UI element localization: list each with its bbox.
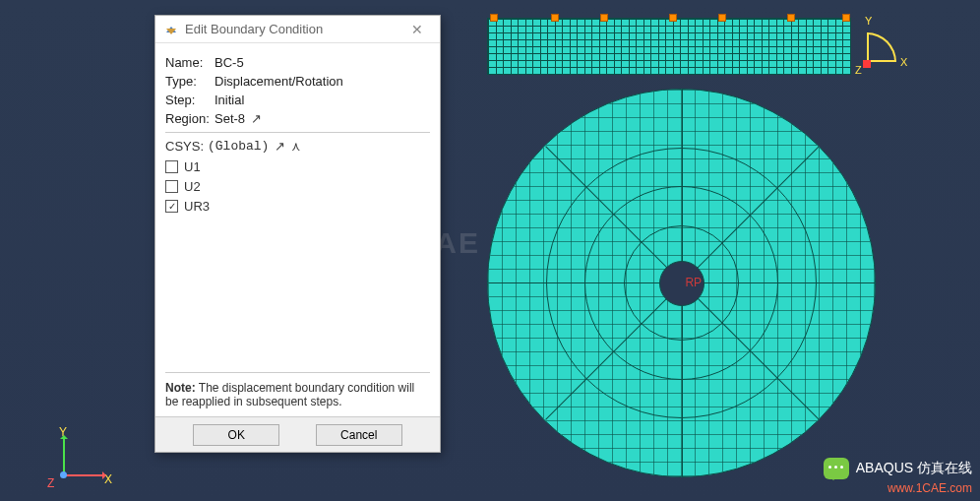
ok-button[interactable]: OK xyxy=(193,424,279,446)
mini-axis-y: Y xyxy=(865,15,872,27)
mini-axis-z: Z xyxy=(855,64,862,76)
bc-marker xyxy=(490,14,498,22)
checkbox-box-icon xyxy=(165,160,178,173)
note-label: Note: xyxy=(165,381,196,395)
create-csys-icon[interactable]: ⋏ xyxy=(291,139,301,154)
name-label: Name: xyxy=(165,55,214,70)
dof-options: U1 U2 ✓ UR3 xyxy=(165,159,430,214)
abaqus-viewport[interactable]: 1CAE RP Y X Z Y X Z xyxy=(0,0,980,501)
checkbox-u1-label: U1 xyxy=(184,159,201,174)
step-value: Initial xyxy=(214,93,244,107)
mini-axis-x: X xyxy=(900,56,907,68)
csys-label: CSYS: xyxy=(165,139,204,154)
axis-z-label: Z xyxy=(47,476,54,490)
edit-bc-dialog: Edit Boundary Condition ✕ Name: BC-5 Typ… xyxy=(154,15,441,453)
axis-y-arrow-icon xyxy=(63,437,65,474)
checkbox-box-icon: ✓ xyxy=(165,200,178,213)
close-icon[interactable]: ✕ xyxy=(402,22,432,37)
checkbox-u2[interactable]: U2 xyxy=(165,179,430,194)
dialog-button-bar: OK Cancel xyxy=(155,416,440,452)
abaqus-app-icon xyxy=(163,22,179,37)
view-triad: Y X Z xyxy=(28,425,106,494)
cancel-button[interactable]: Cancel xyxy=(316,424,402,446)
pick-region-icon[interactable]: ↗ xyxy=(251,111,262,126)
checkbox-ur3[interactable]: ✓ UR3 xyxy=(165,199,430,214)
checkbox-box-icon xyxy=(165,180,178,193)
checkbox-u1[interactable]: U1 xyxy=(165,159,430,174)
dialog-titlebar[interactable]: Edit Boundary Condition ✕ xyxy=(155,16,440,43)
orientation-triad: Y X Z xyxy=(867,25,926,84)
reference-point-label: RP xyxy=(685,276,702,289)
step-label: Step: xyxy=(165,93,214,107)
bc-marker xyxy=(669,14,677,22)
bc-marker xyxy=(718,14,726,22)
dialog-note: Note: The displacement boundary conditio… xyxy=(165,372,430,408)
wechat-icon xyxy=(824,458,849,479)
bc-marker xyxy=(842,14,850,22)
rect-mesh-part[interactable] xyxy=(487,18,851,75)
brand-label: ABAQUS 仿真在线 xyxy=(856,460,972,475)
bc-marker xyxy=(600,14,608,22)
region-value: Set-8 xyxy=(214,111,245,126)
circular-mesh-part[interactable]: RP xyxy=(487,89,876,477)
bc-marker xyxy=(551,14,559,22)
axis-z-dot-icon xyxy=(60,471,67,478)
pick-csys-icon[interactable]: ↗ xyxy=(275,139,285,154)
region-label: Region: xyxy=(165,111,214,126)
checkbox-u2-label: U2 xyxy=(184,179,201,194)
bc-marker xyxy=(787,14,795,22)
note-text: The displacement boundary condition will… xyxy=(165,381,414,408)
mini-axis-origin-icon xyxy=(863,60,871,68)
axis-x-arrow-icon xyxy=(63,474,104,476)
brand-url: www.1CAE.com xyxy=(888,481,972,495)
csys-value: (Global) xyxy=(208,139,269,154)
type-label: Type: xyxy=(165,74,214,89)
type-value: Displacement/Rotation xyxy=(214,74,343,89)
checkbox-ur3-label: UR3 xyxy=(184,199,210,214)
dialog-title: Edit Boundary Condition xyxy=(185,22,402,36)
name-value: BC-5 xyxy=(214,55,244,70)
watermark-footer: ABAQUS 仿真在线 www.1CAE.com xyxy=(824,458,972,495)
